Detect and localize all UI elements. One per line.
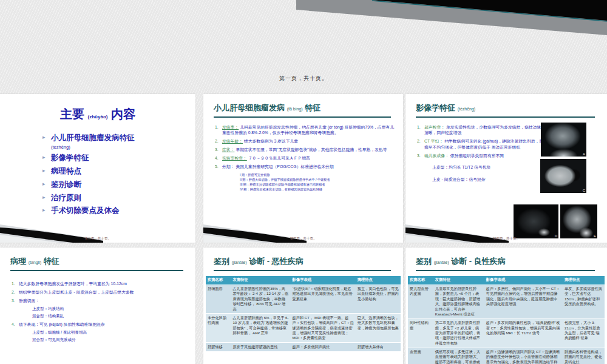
table-header-row: 疾病名称发病特征影像学表现病理特点 bbox=[408, 276, 605, 285]
item-body: 绝大多数肝母细胞瘤发生于肝脏右叶，平均直径为 10-12cm bbox=[19, 281, 127, 286]
toc-item: ▸小儿肝母细胞瘤发病特征 bbox=[51, 133, 195, 142]
title-text: 特征 bbox=[41, 257, 59, 266]
slide-footer: 第二页，共十页。 bbox=[0, 237, 195, 241]
title-text: 主要 bbox=[60, 107, 88, 121]
slide-thumbnail-dx-benign[interactable]: 鉴别 (jiànbié) 诊断 - 良性疾病 疾病名称发病特征影像学表现病理特点… bbox=[405, 248, 607, 364]
toc-item: ▸影像学特征 bbox=[51, 153, 195, 162]
item-text: 实验室检查：７０－９０％患儿可见ＡＦＰ增高 bbox=[222, 155, 397, 161]
table-cell: 单发、多发或弥漫性病变，巨大者可达 15cm，肿瘤由扩张和受压的血管所构成。 bbox=[563, 285, 605, 318]
item-text: 发病率：儿科最常见的肝脏原发恶性肿瘤，约占所有儿童 (ér tóng) 肝脏肿瘤… bbox=[222, 124, 397, 136]
slide-title: 病理 (bìnglǐ) 特征 bbox=[10, 257, 186, 266]
slide-thumbnail-pathology[interactable]: 病理 (bìnglǐ) 特征 1.绝大多数肝母细胞瘤发生于肝脏右叶，平均直径为 … bbox=[0, 248, 195, 364]
item-lead: 磁共振成像： bbox=[424, 153, 449, 158]
title-rule bbox=[214, 270, 391, 271]
table-cell: 儿童最常见的肝脏良性肿瘤，多数患儿 <6 个月；表现：巨大腹部肿物，肝脏增大、腹… bbox=[433, 285, 484, 318]
staging-list: I 期：肿瘤可完全切除II 期：肿瘤大体切除，伴镜下残留或切除肿瘤伴手术中 / … bbox=[240, 172, 403, 192]
item-text: 分期：美国儿童肿瘤研究组（POG/CCG）标准进行临床分期 bbox=[222, 164, 397, 170]
table-row: 未分化胚胎性肉瘤占儿童肝脏肿瘤的 6%，常见于 6-10 岁儿童，表现为“迅速增… bbox=[206, 314, 401, 342]
table-cell: 巨大、边界清晰的包块，绝大多数可见坏死和囊变，肿瘤为假包膜所包裹 bbox=[356, 314, 401, 342]
item-text: 超声检查：单发实质性包块，少数病理可为多发病灶，病灶边缘清晰，回声轻度增强 bbox=[424, 124, 543, 136]
item-body: 依肿瘤组织学类型而有所不同 bbox=[450, 153, 504, 158]
item-list: 1.发病率：儿科最常见的肝脏原发恶性肿瘤，约占所有儿童 (ér tóng) 肝脏… bbox=[215, 124, 397, 170]
column-header: 发病特征 bbox=[433, 276, 484, 285]
list-item: 3.肿瘤切面：上皮型：均质结构混合型：结构紊乱 bbox=[12, 298, 189, 319]
item-lead: CT 平扫： bbox=[424, 139, 443, 143]
slides-preview-page: { "page_header": "第一页，共十页。", "slides": {… bbox=[0, 0, 607, 364]
item-text: 磁共振成像：依肿瘤组织学类型而有所不同 bbox=[424, 153, 543, 159]
item-body: 早期症状不明显，常因“无症状腹部包块”就诊，其他症状包括腹痛，性早熟，发热等 bbox=[236, 147, 387, 152]
toc-item-label: 治疗原则 bbox=[51, 194, 81, 202]
item-number: 3. bbox=[215, 147, 222, 153]
table-cell: 肿瘤由各种管道构成，肿瘤内可见血栓、硬化及钙化灶 bbox=[563, 348, 605, 364]
table-cell: 第二常见的儿童肝脏良性肿瘤，多见于 <2 岁儿童，病变为发育异常的肝组织，表现：… bbox=[433, 319, 484, 348]
item-text: 症状：早期症状不明显，常因“无症状腹部包块”就诊，其他症状包括腹痛，性早熟，发热… bbox=[222, 147, 397, 153]
list-item: 2.发病年龄：绝大多数病例为 3 岁以下儿童 bbox=[215, 138, 397, 144]
list-item: 2.CT 平扫：约半数病例可见钙化 (gàihuà)，静脉注射对比剂后，肿瘤呈不… bbox=[417, 138, 543, 150]
table-cell: 占儿童肝脏恶性肿瘤的35%，高发年龄段： 2-4 岁，12-14 岁，临床表现为… bbox=[231, 285, 290, 314]
toc-item-pinyin: (tèzhēng) bbox=[51, 144, 195, 150]
list-item: 1.绝大多数肝母细胞瘤发生于肝脏右叶，平均直径为 10-12cm bbox=[12, 281, 189, 287]
slide-title: 小儿肝母细胞瘤发病 (fā bìng) 特征 bbox=[214, 103, 393, 113]
bullet-triangle-icon: ▸ bbox=[42, 181, 46, 187]
toc-item-label: 手术切除要点及体会 bbox=[51, 206, 120, 215]
item-lead: 分期： bbox=[222, 164, 234, 169]
stage-line: II 期：肿瘤大体切除，伴镜下残留或切除肿瘤伴手术中 / 中破裂者 bbox=[240, 177, 403, 182]
list-item: 1.发病率：儿科最常见的肝脏原发恶性肿瘤，约占所有儿童 (ér tóng) 肝脏… bbox=[215, 124, 397, 136]
slide-title: 影像学特征 (tèzhēng) bbox=[416, 103, 597, 113]
item-text: 绝大多数肝母细胞瘤发生于肝脏右叶，平均直径为 10-12cm bbox=[19, 281, 189, 287]
item-number: 4. bbox=[215, 155, 222, 161]
table-row: 间叶性错构瘤第二常见的儿童肝脏良性肿瘤，多见于 <2 岁儿童，病变为发育异常的肝… bbox=[408, 319, 605, 348]
differential-table-benign: 疾病名称发病特征影像学表现病理特点婴儿型血管内皮瘤儿童最常见的肝脏良性肿瘤，多数… bbox=[408, 275, 605, 364]
item-text: 发病年龄：绝大多数病例为 3 岁以下儿童 bbox=[222, 138, 397, 144]
toc-item-label: 病理特点 bbox=[51, 167, 81, 175]
item-number: 5. bbox=[215, 164, 222, 170]
title-pinyin: (fā bìng) bbox=[287, 107, 303, 111]
item-lead: 超声检查： bbox=[424, 125, 445, 129]
slide-title: 鉴别 (jiànbié) 诊断 - 良性疾病 bbox=[416, 257, 597, 266]
corner-ribbon-decoration bbox=[0, 0, 607, 42]
item-subline: 混合型：结构紊乱 bbox=[32, 313, 189, 318]
ct-image: C bbox=[540, 159, 586, 193]
slide-thumbnail-incidence[interactable]: 小儿肝母细胞瘤发病 (fā bìng) 特征 1.发病率：儿科最常见的肝脏原发恶… bbox=[203, 94, 403, 243]
item-number: 1. bbox=[215, 124, 222, 136]
disease-name-cell: 间叶性错构瘤 bbox=[408, 319, 433, 348]
item-subline: 混合型：可见间充质成分 bbox=[32, 337, 189, 342]
item-number: 3. bbox=[417, 153, 424, 159]
item-list: 1.绝大多数肝母细胞瘤发生于肝脏右叶，平均直径为 10-12cm2.组织学类型分… bbox=[12, 281, 189, 343]
list-item: 2.组织学类型分为上皮型和上皮 - 间质混合型，上皮型占绝大多数 bbox=[12, 289, 189, 295]
table-cell: “快进快出”：动脉期强化明显，延迟期迅速排出并见薄膜强化，常见血管受累征象 bbox=[291, 285, 356, 314]
item-text: CT 平扫：约半数病例可见钙化 (gàihuà)，静脉注射对比剂后，肿瘤呈不均匀… bbox=[424, 138, 543, 150]
title-text: 影像学特征 bbox=[416, 103, 458, 112]
table-row: 肝脏转移原发于其他腹部脏器的恶性超声：多发低回声病灶肝脏增大并伴有 bbox=[206, 343, 401, 351]
title-text: 诊断 - 恶性疾病 bbox=[247, 257, 304, 266]
table-cell: 孤立，黄白色包块，可见出血灶或坏死灶，肿瘤内见小梁结构 bbox=[356, 285, 401, 314]
table-cell: 超声：多发低回声病灶 bbox=[291, 343, 356, 351]
differential-table-malignant: 疾病名称发病特征影像学表现病理特点肝细胞癌占儿童肝脏恶性肿瘤的35%，高发年龄段… bbox=[206, 275, 401, 352]
table-cell: 包膜完整，大小 3-21cm，分为囊性基质为主型，后者可见“瑞典奶酪样”征象 bbox=[563, 319, 605, 348]
item-number: 2. bbox=[12, 289, 19, 295]
bullet-triangle-icon: ▸ bbox=[42, 207, 46, 213]
column-header: 影像学表现 bbox=[484, 276, 563, 285]
table-cell: 占儿童肝脏肿瘤的 6%，常见于 6-10 岁儿童，表现为“迅速增长的腹部包块”，… bbox=[231, 314, 290, 342]
title-rule bbox=[416, 116, 595, 118]
list-item: 4.实验室检查：７０－９０％患儿可见ＡＦＰ增高 bbox=[215, 155, 397, 161]
table-row: 婴儿型血管内皮瘤儿童最常见的肝脏良性肿瘤，多数患儿 <6 个月；表现：巨大腹部肿… bbox=[408, 285, 605, 318]
bullet-triangle-icon: ▸ bbox=[42, 194, 46, 200]
stage-line: IV 期：肿瘤完全或未完全切除，有肺或其他器官的远程转移 bbox=[240, 187, 403, 192]
slide-thumbnail-dx-malignant[interactable]: 鉴别 (jiànbié) 诊断 - 恶性疾病 疾病名称发病特征影像学表现病理特点… bbox=[203, 248, 403, 364]
slide-thumbnail-imaging[interactable]: 影像学特征 (tèzhēng) 1.超声检查：单发实质性包块，少数病理可为多发病… bbox=[405, 94, 607, 243]
item-number: 4. bbox=[12, 322, 19, 343]
slide-thumbnail-toc[interactable]: 主要 (zhǔyào) 内容 ▸小儿肝母细胞瘤发病特征(tèzhēng)▸影像学… bbox=[0, 94, 195, 243]
stage-line: III 期：肿瘤无法切除或部分切除伴肉眼残留或有淋巴结转移者 bbox=[240, 182, 403, 187]
table-cell: 超声：边缘清晰的强回声肿块 CT：边缘清晰的低密度分叶状包块，小血管瘤在动静脉期… bbox=[484, 348, 563, 364]
table-row: 肝细胞癌占儿童肝脏恶性肿瘤的35%，高发年龄段： 2-4 岁，12-14 岁，临… bbox=[206, 285, 401, 314]
disease-name-cell: 婴儿型血管内皮瘤 bbox=[408, 285, 433, 318]
toc-item-label: 小儿肝母细胞瘤发病特征 bbox=[51, 133, 135, 142]
disease-name-cell: 血管瘤 bbox=[408, 348, 433, 364]
item-body: 肿瘤切面： bbox=[19, 298, 39, 303]
list-item: 1.超声检查：单发实质性包块，少数病理可为多发病灶，病灶边缘清晰，回声轻度增强 bbox=[417, 124, 543, 136]
item-number: 1. bbox=[417, 124, 424, 136]
list-item: 4.镜下表现：可见 (kějiàn) 胚胎性和幼稚细胞混杂上皮型：细胞核 / 浆… bbox=[12, 322, 189, 343]
title-pinyin: (zhǔyào) bbox=[88, 114, 108, 120]
table-header-row: 疾病名称发病特征影像学表现病理特点 bbox=[206, 276, 401, 285]
